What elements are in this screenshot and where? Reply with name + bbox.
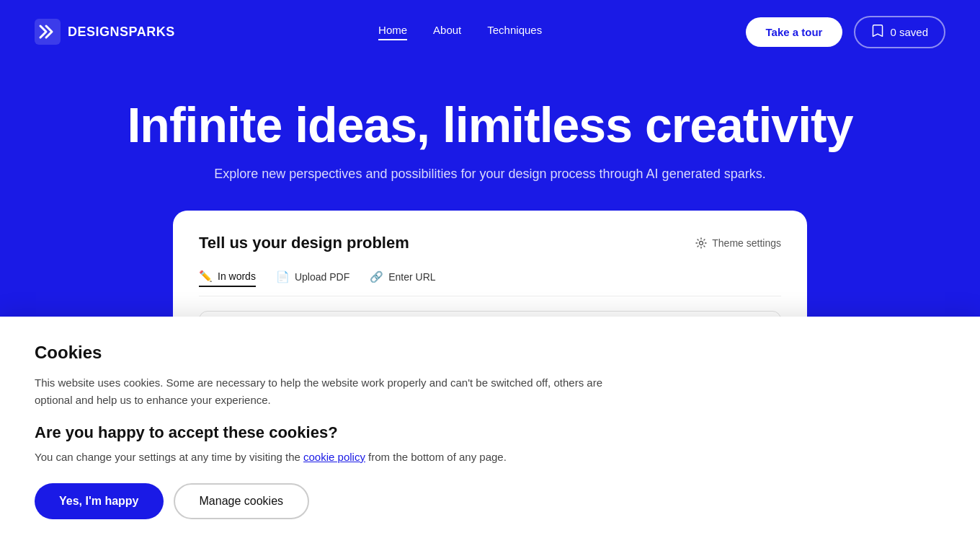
tab-in-words-label: In words [218, 270, 256, 282]
tab-upload-pdf-label: Upload PDF [295, 271, 349, 283]
theme-settings-label: Theme settings [712, 237, 781, 249]
logo[interactable]: DESIGNSPARKS [35, 19, 175, 45]
take-tour-button[interactable]: Take a tour [746, 17, 843, 47]
tab-enter-url-label: Enter URL [388, 271, 435, 283]
nav-home[interactable]: Home [378, 24, 407, 40]
yes-happy-button[interactable]: Yes, I'm happy [35, 483, 164, 519]
card-tabs: ✏️ In words 📄 Upload PDF 🔗 Enter URL [199, 270, 781, 296]
theme-settings-button[interactable]: Theme settings [695, 237, 781, 249]
header: DESIGNSPARKS Home About Techniques Take … [0, 0, 980, 63]
manage-cookies-button[interactable]: Manage cookies [174, 483, 310, 519]
saved-count: 0 saved [890, 26, 928, 38]
logo-icon [35, 19, 61, 45]
saved-button[interactable]: 0 saved [854, 16, 945, 48]
card-header: Tell us your design problem Theme settin… [199, 234, 781, 252]
cookie-title: Cookies [35, 343, 945, 363]
main-nav: Home About Techniques [378, 24, 542, 40]
gear-icon [695, 237, 707, 249]
tab-in-words[interactable]: ✏️ In words [199, 270, 256, 287]
logo-text: DESIGNSPARKS [68, 25, 175, 40]
link-icon: 🔗 [370, 270, 383, 283]
cookie-policy-link[interactable]: cookie policy [303, 451, 365, 463]
card-title: Tell us your design problem [199, 234, 409, 252]
tab-enter-url[interactable]: 🔗 Enter URL [370, 270, 435, 287]
pencil-icon: ✏️ [199, 270, 213, 283]
cookie-question: Are you happy to accept these cookies? [35, 423, 945, 442]
svg-rect-0 [35, 19, 61, 45]
cookie-banner: Cookies This website uses cookies. Some … [0, 317, 980, 551]
nav-about[interactable]: About [433, 24, 461, 40]
svg-point-1 [700, 241, 703, 244]
hero-title: Infinite ideas, limitless creativity [35, 98, 945, 152]
hero-subtitle: Explore new perspectives and possibiliti… [35, 167, 945, 182]
cookie-sub-text: You can change your settings at any time… [35, 451, 945, 463]
cookie-buttons: Yes, I'm happy Manage cookies [35, 483, 945, 519]
cookie-description: This website uses cookies. Some are nece… [35, 374, 625, 409]
header-right: Take a tour 0 saved [746, 16, 945, 48]
tab-upload-pdf[interactable]: 📄 Upload PDF [276, 270, 349, 287]
nav-techniques[interactable]: Techniques [487, 24, 542, 40]
bookmark-icon [871, 25, 884, 40]
file-icon: 📄 [276, 270, 290, 283]
